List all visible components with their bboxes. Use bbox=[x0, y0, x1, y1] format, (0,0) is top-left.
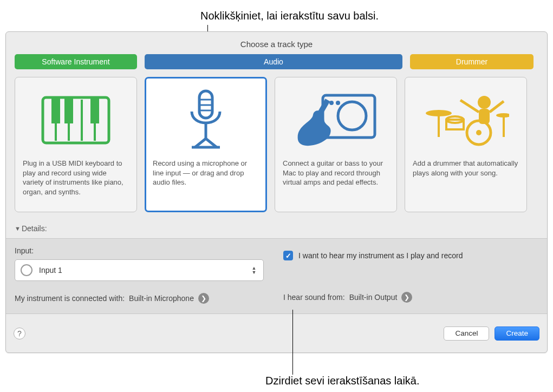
create-button[interactable]: Create bbox=[495, 326, 539, 341]
details-toggle[interactable]: ▼ Details: bbox=[6, 222, 547, 238]
svg-point-30 bbox=[476, 130, 482, 135]
input-select[interactable]: Input 1 ▲▼ bbox=[15, 259, 264, 281]
card-software-instrument[interactable]: Plug in a USB MIDI keyboard to play and … bbox=[15, 77, 137, 212]
svg-point-19 bbox=[478, 96, 491, 109]
callout-line-bottom bbox=[292, 310, 293, 375]
input-label: Input: bbox=[15, 246, 264, 255]
monitor-label: I want to hear my instrument as I play a… bbox=[298, 251, 463, 260]
card-software-desc: Plug in a USB MIDI keyboard to play and … bbox=[23, 155, 129, 197]
card-audio-microphone[interactable]: Record using a microphone or line input … bbox=[145, 77, 267, 212]
output-value: Built-in Output bbox=[349, 293, 398, 302]
details-label: Details: bbox=[22, 224, 47, 233]
card-audio-guitar[interactable]: Connect a guitar or bass to your Mac to … bbox=[275, 77, 397, 212]
card-drummer[interactable]: Add a drummer that automatically plays a… bbox=[405, 77, 527, 212]
keyboard-icon bbox=[23, 85, 129, 155]
drummer-icon bbox=[413, 85, 519, 155]
tab-audio[interactable]: Audio bbox=[145, 54, 402, 69]
svg-rect-7 bbox=[90, 99, 99, 123]
input-channel-icon bbox=[21, 264, 32, 276]
help-button[interactable]: ? bbox=[14, 328, 25, 339]
output-label: I hear sound from: bbox=[283, 293, 345, 302]
svg-point-15 bbox=[338, 102, 366, 130]
connected-label: My instrument is connected with: bbox=[15, 294, 125, 303]
svg-line-21 bbox=[460, 100, 479, 112]
tab-software-instrument[interactable]: Software Instrument bbox=[15, 54, 137, 69]
monitor-checkbox[interactable]: ✓ bbox=[283, 251, 293, 260]
card-mic-desc: Record using a microphone or line input … bbox=[153, 155, 259, 187]
connected-config-button[interactable]: ❯ bbox=[198, 293, 209, 304]
microphone-icon bbox=[153, 85, 259, 155]
dialog-title: Choose a track type bbox=[6, 32, 547, 54]
details-panel: Input: Input 1 ▲▼ My instrument is conne… bbox=[6, 238, 547, 314]
guitar-amp-icon bbox=[283, 85, 389, 155]
track-type-tabs: Software Instrument Audio Drummer bbox=[6, 54, 547, 69]
card-guitar-desc: Connect a guitar or bass to your Mac to … bbox=[283, 155, 389, 187]
svg-point-17 bbox=[336, 101, 340, 105]
new-track-dialog: Choose a track type Software Instrument … bbox=[5, 31, 548, 353]
input-select-value: Input 1 bbox=[39, 266, 62, 275]
svg-rect-5 bbox=[51, 99, 60, 123]
cancel-button[interactable]: Cancel bbox=[444, 326, 489, 341]
connected-value: Built-in Microphone bbox=[129, 294, 194, 303]
track-type-cards: Plug in a USB MIDI keyboard to play and … bbox=[6, 69, 547, 222]
callout-record-voice: Noklikšķiniet, lai ierakstītu savu balsi… bbox=[200, 10, 379, 22]
tab-drummer[interactable]: Drummer bbox=[410, 54, 534, 69]
output-config-button[interactable]: ❯ bbox=[401, 292, 412, 303]
card-drummer-desc: Add a drummer that automatically plays a… bbox=[413, 155, 519, 178]
svg-rect-6 bbox=[64, 99, 73, 123]
svg-line-22 bbox=[490, 101, 504, 112]
callout-hear-yourself: Dzirdiet sevi ierakstīšanas laikā. bbox=[265, 375, 420, 387]
dialog-footer: ? Cancel Create bbox=[6, 314, 547, 352]
disclosure-triangle-icon: ▼ bbox=[15, 225, 21, 232]
select-arrows-icon: ▲▼ bbox=[249, 260, 259, 280]
